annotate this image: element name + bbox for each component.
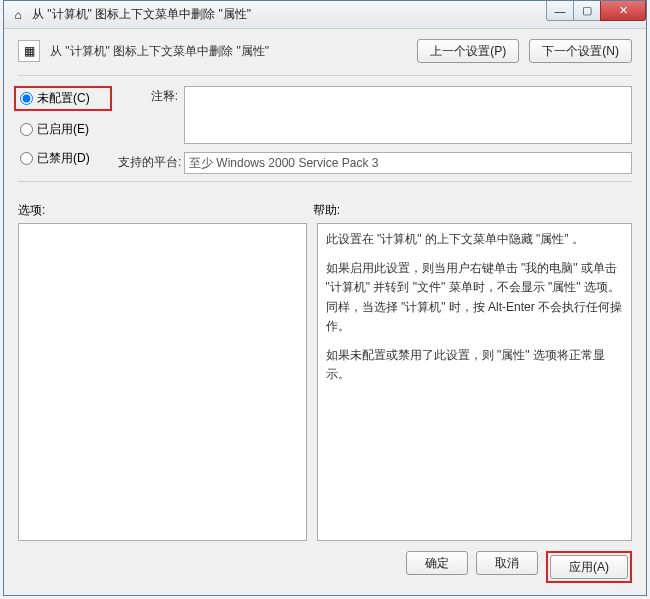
platform-label: 支持的平台:	[118, 152, 178, 174]
help-p1: 此设置在 "计算机" 的上下文菜单中隐藏 "属性" 。	[326, 230, 623, 249]
policy-title: 从 "计算机" 图标上下文菜单中删除 "属性"	[50, 43, 407, 60]
radio-enabled-label: 已启用(E)	[37, 121, 89, 138]
dialog-buttons: 确定 取消 应用(A)	[18, 551, 632, 583]
radio-disabled-label: 已禁用(D)	[37, 150, 90, 167]
prev-setting-button[interactable]: 上一个设置(P)	[417, 39, 519, 63]
radio-not-configured-label: 未配置(C)	[37, 90, 90, 107]
radio-disabled-input[interactable]	[20, 152, 33, 165]
comment-input[interactable]	[184, 86, 632, 144]
config-row: 未配置(C) 已启用(E) 已禁用(D) 注释: 支持的平台:	[18, 86, 632, 177]
dialog-window: ⌂ 从 "计算机" 图标上下文菜单中删除 "属性" — ▢ ✕ ▦ 从 "计算机…	[3, 0, 647, 596]
options-label: 选项:	[18, 202, 313, 219]
apply-highlight: 应用(A)	[546, 551, 632, 583]
comment-row: 注释:	[118, 86, 632, 144]
options-panel	[18, 223, 307, 541]
platform-value: 至少 Windows 2000 Service Pack 3	[184, 152, 632, 174]
radio-group: 未配置(C) 已启用(E) 已禁用(D)	[18, 86, 108, 177]
window-title: 从 "计算机" 图标上下文菜单中删除 "属性"	[32, 6, 547, 23]
ok-button[interactable]: 确定	[406, 551, 468, 575]
platform-text: 至少 Windows 2000 Service Pack 3	[189, 155, 378, 172]
header-row: ▦ 从 "计算机" 图标上下文菜单中删除 "属性" 上一个设置(P) 下一个设置…	[18, 39, 632, 63]
section-labels: 选项: 帮助:	[18, 202, 632, 219]
divider	[18, 75, 632, 76]
radio-enabled[interactable]: 已启用(E)	[18, 119, 108, 140]
apply-button[interactable]: 应用(A)	[550, 555, 628, 579]
comment-label: 注释:	[118, 86, 178, 144]
dialog-content: ▦ 从 "计算机" 图标上下文菜单中删除 "属性" 上一个设置(P) 下一个设置…	[4, 29, 646, 595]
minimize-button[interactable]: —	[546, 1, 574, 21]
app-icon: ⌂	[10, 7, 26, 23]
help-panel: 此设置在 "计算机" 的上下文菜单中隐藏 "属性" 。 如果启用此设置，则当用户…	[317, 223, 632, 541]
window-controls: — ▢ ✕	[547, 1, 646, 28]
radio-not-configured-input[interactable]	[20, 92, 33, 105]
maximize-button[interactable]: ▢	[573, 1, 601, 21]
radio-not-configured[interactable]: 未配置(C)	[14, 86, 112, 111]
radio-disabled[interactable]: 已禁用(D)	[18, 148, 108, 169]
panels-row: 此设置在 "计算机" 的上下文菜单中隐藏 "属性" 。 如果启用此设置，则当用户…	[18, 223, 632, 541]
help-p3: 如果未配置或禁用了此设置，则 "属性" 选项将正常显示。	[326, 346, 623, 384]
cancel-button[interactable]: 取消	[476, 551, 538, 575]
next-setting-button[interactable]: 下一个设置(N)	[529, 39, 632, 63]
help-p2: 如果启用此设置，则当用户右键单击 "我的电脑" 或单击 "计算机" 并转到 "文…	[326, 259, 623, 336]
radio-enabled-input[interactable]	[20, 123, 33, 136]
close-button[interactable]: ✕	[600, 1, 646, 21]
policy-icon: ▦	[18, 40, 40, 62]
titlebar[interactable]: ⌂ 从 "计算机" 图标上下文菜单中删除 "属性" — ▢ ✕	[4, 1, 646, 29]
platform-row: 支持的平台: 至少 Windows 2000 Service Pack 3	[118, 152, 632, 174]
help-label: 帮助:	[313, 202, 632, 219]
divider-2	[18, 181, 632, 182]
fields-column: 注释: 支持的平台: 至少 Windows 2000 Service Pack …	[118, 86, 632, 177]
